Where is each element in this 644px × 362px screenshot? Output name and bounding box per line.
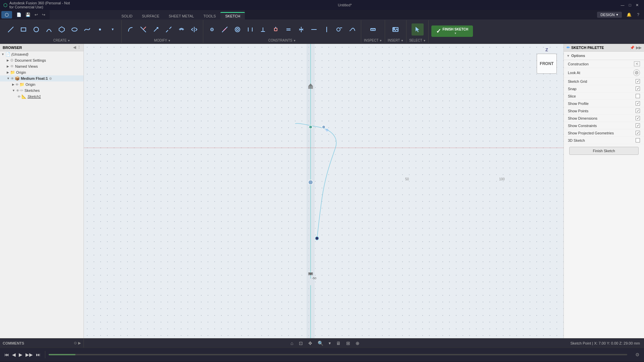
fillet-tool[interactable] (124, 23, 137, 36)
show-points-checkbox[interactable]: ✓ (636, 109, 640, 113)
minimize-button[interactable]: — (619, 2, 626, 8)
viewcube-dot[interactable]: · (533, 75, 560, 78)
show-points-row: Show Points ✓ (564, 107, 644, 115)
arc-tool[interactable] (43, 23, 55, 36)
browser-item-sketch1[interactable]: 👁 📐 Sketch1 (0, 94, 84, 100)
play-start-button[interactable]: ⏮ (3, 351, 10, 358)
fit-view-icon[interactable]: ⊡ (297, 340, 305, 347)
extend-tool[interactable] (150, 23, 162, 36)
browser-settings[interactable]: ⋮ (77, 45, 81, 50)
browser-item-origin2[interactable]: ▶ 👁 📁 Origin (0, 81, 84, 87)
browser-item-root[interactable]: ▼ 📄 (Unsaved) (0, 51, 84, 57)
z-axis-label: Z (533, 47, 560, 52)
play-prev-button[interactable]: ◀ (11, 351, 17, 358)
zoom-dropdown[interactable]: ▼ (327, 341, 333, 346)
browser-item-named-views[interactable]: ▶ 👁 Named Views (0, 63, 84, 69)
show-projected-checkbox[interactable]: ✓ (636, 131, 640, 135)
browser-panel: BROWSER ◀ ⋮ ▼ 📄 (Unsaved) ▶ ⚙ Document S… (0, 44, 84, 338)
smooth-tool[interactable] (346, 23, 358, 36)
collinear-tool[interactable] (219, 23, 231, 36)
sketch-palette-expand[interactable]: ▶▶ (636, 46, 641, 50)
pan-icon[interactable]: ✥ (306, 340, 314, 347)
status-coords: Sketch Point | X: 7.00 Y: 0.00 Z: 29.00 … (567, 341, 644, 345)
circle-tool[interactable] (30, 23, 42, 36)
svg-line-0 (8, 27, 13, 32)
comments-toggle[interactable]: ⊙ (74, 341, 77, 345)
redo-button[interactable]: ↪ (40, 12, 47, 18)
help-button[interactable]: ? (635, 12, 641, 18)
coincident-tool[interactable] (206, 23, 218, 36)
insert-image-tool[interactable] (389, 23, 401, 36)
slice-checkbox[interactable] (636, 94, 640, 98)
snap-toolbar-icon[interactable]: ⊕ (354, 340, 362, 347)
tab-surface[interactable]: SURFACE (137, 13, 164, 19)
break-tool[interactable] (163, 23, 175, 36)
show-dimensions-checkbox[interactable]: ✓ (636, 116, 640, 120)
perpendicular-tool[interactable] (257, 23, 269, 36)
3d-sketch-checkbox[interactable] (636, 138, 640, 142)
timeline-track[interactable] (49, 354, 627, 355)
browser-item-component-label: Medium Float:1 (21, 76, 48, 80)
construction-button[interactable]: < (634, 61, 640, 66)
tab-solid[interactable]: SOLID (117, 13, 137, 19)
fix-tool[interactable] (270, 23, 282, 36)
sketch-palette-pin[interactable]: 📌 (630, 46, 635, 50)
ellipse-tool[interactable] (68, 23, 80, 36)
play-button[interactable]: ▶ (18, 351, 23, 358)
measure-tool[interactable] (367, 23, 379, 36)
options-section-header[interactable]: ▼ Options (564, 52, 644, 60)
look-at-button[interactable] (633, 69, 640, 76)
snap-checkbox[interactable]: ✓ (636, 86, 640, 91)
offset-tool[interactable] (175, 23, 187, 36)
play-next-button[interactable]: ▶▶ (24, 351, 34, 358)
tab-sheet-metal[interactable]: SHEET METAL (164, 13, 199, 19)
tangent-tool[interactable] (333, 23, 345, 36)
svg-line-9 (169, 27, 171, 29)
browser-item-component[interactable]: ▼ 👁 📦 Medium Float:1 ⚙ (0, 75, 84, 81)
undo-button[interactable]: ↩ (33, 12, 40, 18)
polygon-tool[interactable] (56, 23, 68, 36)
select-tool[interactable] (412, 23, 424, 36)
maximize-button[interactable]: □ (627, 2, 633, 8)
tab-sketch[interactable]: SKETCH (220, 12, 245, 19)
grid-icon[interactable]: ⊞ (344, 340, 352, 347)
finish-sketch-button[interactable]: ✓ FINISH SKETCH▼ (431, 25, 473, 37)
trim-tool[interactable] (137, 23, 149, 36)
point-tool[interactable] (94, 23, 106, 36)
viewcube-front[interactable]: FRONT (537, 54, 557, 74)
play-end-button[interactable]: ⏭ (35, 351, 42, 358)
new-button[interactable]: 📄 (15, 12, 23, 18)
browser-item-origin[interactable]: ▶ 📁 Origin (0, 69, 84, 75)
display-settings-icon[interactable]: 🖥 (334, 340, 343, 347)
create-more[interactable]: ▼ (107, 23, 119, 36)
design-dropdown[interactable]: DESIGN ▼ (597, 12, 622, 18)
browser-item-sketches[interactable]: ▼ 👁 ✏ Sketches (0, 87, 84, 94)
timeline-settings-icon[interactable]: ⚙ (635, 352, 640, 357)
fit-home-icon[interactable]: ⌂ (288, 340, 295, 347)
save-button[interactable]: 💾 (24, 12, 32, 18)
show-profile-checkbox[interactable]: ✓ (636, 101, 640, 106)
zoom-icon[interactable]: 🔍 (316, 340, 325, 347)
finish-sketch-palette-button[interactable]: Finish Sketch (569, 147, 639, 155)
concentric-tool[interactable] (231, 23, 244, 36)
spline-tool[interactable] (81, 23, 93, 36)
mirror-tool[interactable] (188, 23, 200, 36)
equal-tool[interactable] (282, 23, 294, 36)
rectangle-tool[interactable] (17, 23, 30, 36)
sketch-grid-checkbox[interactable]: ✓ (636, 79, 640, 83)
canvas[interactable]: 50 100 -50 Z FRONT · (84, 44, 564, 338)
line-tool[interactable] (5, 23, 17, 36)
browser-collapse[interactable]: ◀ (73, 45, 76, 50)
viewcube[interactable]: Z FRONT · (533, 47, 560, 74)
symmetry-tool[interactable] (295, 23, 307, 36)
tab-tools[interactable]: TOOLS (199, 13, 220, 19)
browser-item-doc-settings[interactable]: ▶ ⚙ Document Settings (0, 57, 84, 63)
show-constraints-checkbox[interactable]: ✓ (636, 123, 640, 128)
comments-expand[interactable]: ▶ (78, 341, 81, 345)
close-button[interactable]: ✕ (634, 2, 641, 8)
notifications-button[interactable]: 🔔 (625, 12, 634, 18)
vertical-tool[interactable] (321, 23, 333, 36)
parallel-tool[interactable] (244, 23, 256, 36)
app-menu-button[interactable]: ⬡ (1, 11, 12, 18)
horizontal-tool[interactable] (308, 23, 320, 36)
